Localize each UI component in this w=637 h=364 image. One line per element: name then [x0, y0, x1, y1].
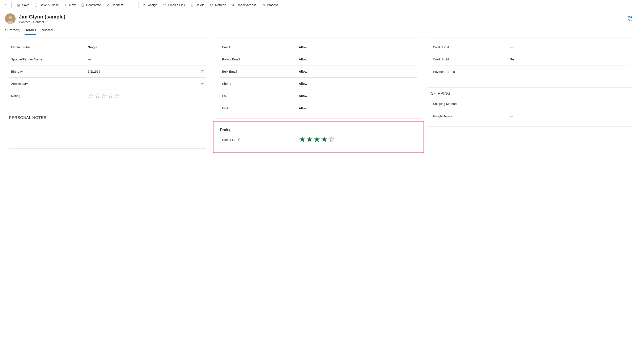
pref-phone-value[interactable]: Allow [299, 82, 417, 86]
pref-follow-value[interactable]: Allow [299, 58, 417, 61]
calendar-icon[interactable] [201, 82, 204, 86]
deactivate-label: Deactivate [86, 3, 101, 7]
connect-icon [106, 3, 110, 7]
pref-email-label: Email [220, 45, 299, 49]
rating-card: Rating Rating (1 - 5) [216, 124, 421, 150]
anniversary-label: Anniversary [9, 82, 88, 86]
pref-phone-label: Phone [220, 82, 299, 86]
rating-stars[interactable] [299, 136, 417, 143]
birthday-label: Birthday [9, 70, 88, 73]
spouse-label: Spouse/Partner Name [9, 58, 88, 61]
search-person-icon [231, 3, 235, 7]
pref-mail-label: Mail [220, 106, 299, 110]
contact-prefs-card: Email Allow Follow Email Allow Bulk Emai… [216, 38, 421, 118]
calendar-icon[interactable] [201, 70, 204, 74]
pref-follow-label: Follow Email [220, 58, 299, 61]
shipping-title: SHIPPING [431, 91, 628, 96]
email-icon [163, 3, 166, 7]
record-title: Jim Glynn (sample) [19, 14, 65, 20]
check-access-label: Check Access [237, 3, 256, 7]
pref-fax-label: Fax [220, 94, 299, 98]
chevron-down-icon [283, 3, 287, 7]
rating-empty-stars[interactable] [88, 93, 206, 99]
shipping-card: SHIPPING Shipping Method --- Freight Ter… [427, 88, 632, 126]
svg-point-1 [107, 4, 108, 5]
column-1: Marital Status Single Spouse/Partner Nam… [5, 38, 210, 153]
arrow-left-icon [4, 3, 8, 6]
personal-notes-value[interactable]: --- [9, 122, 206, 136]
chevron-down-icon[interactable] [45, 20, 48, 24]
payment-terms-label: Payment Terms [431, 70, 510, 74]
divider [139, 2, 139, 8]
connect-label: Connect [112, 3, 123, 7]
back-button[interactable] [3, 2, 9, 8]
column-3: Credit Limit --- Credit Hold No Payment … [427, 38, 632, 153]
rating-card-title: Rating [220, 128, 417, 132]
save-button[interactable]: Save [15, 2, 31, 8]
personal-card: Marital Status Single Spouse/Partner Nam… [5, 38, 210, 106]
svg-point-2 [144, 4, 145, 5]
email-link-button[interactable]: Email a Link [160, 2, 187, 8]
divider [11, 2, 12, 8]
process-dropdown[interactable] [281, 2, 289, 8]
credit-hold-value[interactable]: No [510, 58, 628, 61]
owner-label: Ow [627, 19, 632, 22]
svg-rect-6 [264, 5, 265, 6]
process-button[interactable]: Process [259, 2, 280, 8]
chevron-down-icon [131, 3, 135, 7]
svg-rect-9 [201, 70, 204, 73]
divider [127, 2, 127, 8]
spouse-value[interactable]: --- [88, 58, 206, 61]
credit-hold-label: Credit Hold [431, 58, 510, 61]
plus-icon [64, 3, 68, 7]
form-body: Marital Status Single Spouse/Partner Nam… [0, 35, 637, 156]
billing-card: Credit Limit --- Credit Hold No Payment … [427, 38, 632, 82]
delete-button[interactable]: Delete [188, 2, 207, 8]
save-close-button[interactable]: Save & Close [32, 2, 61, 8]
pref-bulk-value[interactable]: Allow [299, 70, 417, 73]
check-access-button[interactable]: Check Access [229, 2, 258, 8]
rating-field-label: Rating (1 - 5) [220, 138, 299, 142]
tab-details[interactable]: Details [25, 26, 36, 35]
record-header: Jim Glynn (sample) Contact · Contact Ma … [0, 10, 637, 26]
connect-dropdown[interactable] [129, 2, 137, 8]
entity-name: Contact [19, 20, 30, 24]
connect-button[interactable]: Connect [104, 2, 125, 8]
marital-status-label: Marital Status [9, 45, 88, 49]
marital-status-value[interactable]: Single [88, 45, 206, 49]
process-icon [262, 3, 265, 7]
pref-mail-value[interactable]: Allow [299, 106, 417, 110]
save-close-icon [34, 3, 38, 7]
payment-terms-value[interactable]: --- [510, 70, 628, 74]
svg-point-8 [9, 16, 12, 19]
personal-notes-title: PERSONAL NOTES [9, 116, 206, 120]
column-2: Email Allow Follow Email Allow Bulk Emai… [216, 38, 421, 153]
rating-label: Rating [9, 94, 88, 98]
delete-label: Delete [196, 3, 205, 7]
tab-summary[interactable]: Summary [5, 26, 20, 35]
new-button[interactable]: New [62, 2, 78, 8]
refresh-button[interactable]: Refresh [208, 2, 228, 8]
assign-label: Assign [148, 3, 157, 7]
record-info: Jim Glynn (sample) Contact · Contact [19, 14, 65, 24]
email-link-label: Email a Link [168, 3, 185, 7]
assign-button[interactable]: Assign [140, 2, 160, 8]
anniversary-value[interactable]: --- [88, 82, 206, 86]
owner-link[interactable]: Ma [627, 15, 632, 19]
avatar [5, 14, 16, 24]
svg-rect-10 [201, 83, 204, 85]
svg-rect-5 [262, 4, 263, 5]
pref-email-value[interactable]: Allow [299, 45, 417, 49]
freight-terms-value[interactable]: --- [510, 114, 628, 118]
process-label: Process [267, 3, 278, 7]
personal-notes-card: PERSONAL NOTES --- [5, 112, 210, 153]
credit-limit-value[interactable]: --- [510, 45, 628, 49]
deactivate-icon [81, 3, 84, 7]
deactivate-button[interactable]: Deactivate [79, 2, 103, 8]
tab-related[interactable]: Related [40, 26, 53, 35]
birthday-value[interactable]: 3/2/1959 [88, 70, 206, 74]
pref-bulk-label: Bulk Email [220, 70, 299, 73]
pref-fax-value[interactable]: Allow [299, 94, 417, 98]
shipping-method-value[interactable]: --- [510, 102, 628, 106]
form-tabs: Summary Details Related [0, 26, 637, 35]
